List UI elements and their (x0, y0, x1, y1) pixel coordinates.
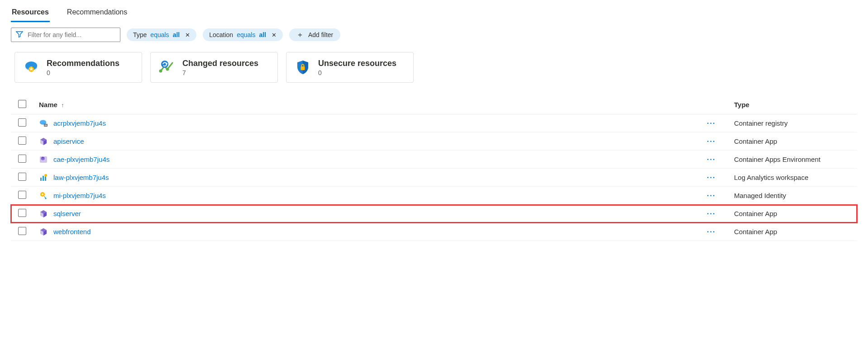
card-count: 0 (318, 69, 396, 76)
resource-type: Container registry (734, 119, 787, 127)
container-app-icon (39, 209, 48, 218)
log-analytics-icon (39, 173, 48, 182)
more-actions-icon[interactable]: ··· (707, 210, 715, 217)
sort-ascending-icon: ↑ (59, 102, 64, 108)
resource-link[interactable]: webfrontend (53, 228, 91, 236)
column-actions (703, 95, 730, 114)
row-checkbox[interactable] (18, 209, 26, 217)
managed-identity-icon (39, 191, 48, 200)
pill-value: all (173, 31, 180, 38)
row-checkbox[interactable] (18, 155, 26, 163)
resource-link[interactable]: cae-plxvjemb7ju4s (53, 155, 110, 163)
svg-point-5 (161, 61, 168, 68)
more-actions-icon[interactable]: ··· (707, 155, 715, 163)
resource-link[interactable]: mi-plxvjemb7ju4s (53, 192, 106, 199)
svg-rect-10 (45, 124, 45, 126)
card-title: Unsecure resources (318, 59, 396, 68)
row-checkbox[interactable] (18, 227, 26, 235)
filter-pill-location[interactable]: Location equals all ✕ (203, 28, 283, 41)
card-count: 7 (182, 69, 258, 76)
table-row: mi-plxvjemb7ju4s ··· Managed Identity (11, 187, 857, 205)
add-filter-label: Add filter (308, 31, 333, 38)
column-type[interactable]: Type (730, 95, 857, 114)
table-row: cae-plxvjemb7ju4s ··· Container Apps Env… (11, 151, 857, 169)
tab-resources[interactable]: Resources (11, 4, 50, 22)
column-name[interactable]: Name ↑ (35, 95, 703, 114)
pill-op: equals (150, 31, 169, 38)
resource-type: Container App (734, 228, 777, 236)
container-registry-icon (39, 119, 48, 128)
svg-rect-12 (47, 124, 47, 126)
resource-type: Container Apps Environment (734, 155, 820, 163)
resource-link[interactable]: apiservice (53, 137, 84, 145)
card-title: Changed resources (182, 59, 258, 68)
table-row: law-plxvjemb7ju4s ··· Log Analytics work… (11, 169, 857, 187)
filter-pill-type[interactable]: Type equals all ✕ (127, 28, 196, 41)
plus-icon: ＋ (296, 31, 304, 38)
row-checkbox[interactable] (18, 118, 26, 127)
svg-rect-15 (43, 176, 44, 181)
column-type-label: Type (734, 101, 749, 108)
select-all-checkbox[interactable] (18, 100, 26, 108)
resource-link[interactable]: law-plxvjemb7ju4s (53, 174, 109, 181)
close-icon[interactable]: ✕ (185, 32, 190, 38)
container-app-icon (39, 137, 48, 146)
row-checkbox[interactable] (18, 137, 26, 145)
more-actions-icon[interactable]: ··· (707, 119, 715, 127)
column-name-label: Name (39, 101, 57, 108)
recommendations-icon (23, 59, 39, 75)
svg-point-17 (44, 174, 47, 177)
card-recommendations[interactable]: Recommendations 0 (14, 52, 142, 83)
summary-cards: Recommendations 0 Changed resources 7 (14, 52, 857, 83)
svg-rect-6 (301, 66, 305, 70)
more-actions-icon[interactable]: ··· (707, 228, 715, 236)
resources-table: Name ↑ Type acrplxvjemb7ju4s ··· Contain… (11, 95, 857, 241)
table-row: sqlserver ··· Container App (11, 205, 857, 223)
svg-rect-11 (46, 124, 46, 126)
resource-type: Container App (734, 210, 777, 217)
card-count: 0 (47, 69, 119, 76)
column-checkbox (11, 95, 35, 114)
add-filter-button[interactable]: ＋ Add filter (289, 28, 340, 41)
filter-icon (16, 31, 23, 39)
more-actions-icon[interactable]: ··· (707, 137, 715, 145)
changed-resources-icon (159, 59, 175, 75)
resource-type: Log Analytics workspace (734, 174, 808, 181)
table-row: webfrontend ··· Container App (11, 223, 857, 241)
container-apps-env-icon (39, 155, 48, 164)
tab-recommendations[interactable]: Recommendations (66, 4, 128, 22)
svg-point-19 (42, 193, 43, 195)
table-row: apiservice ··· Container App (11, 132, 857, 151)
row-checkbox[interactable] (18, 173, 26, 181)
pill-field: Type (133, 31, 147, 38)
more-actions-icon[interactable]: ··· (707, 192, 715, 199)
filter-input-wrapper[interactable] (11, 28, 120, 42)
resource-link[interactable]: sqlserver (53, 210, 81, 217)
pill-field: Location (209, 31, 233, 38)
resource-type: Managed Identity (734, 192, 786, 199)
table-row: acrplxvjemb7ju4s ··· Container registry (11, 114, 857, 132)
resource-type: Container App (734, 137, 777, 145)
svg-point-8 (40, 120, 46, 124)
pill-value: all (259, 31, 266, 38)
unsecure-resources-icon (295, 59, 311, 75)
container-app-icon (39, 227, 48, 236)
tabs: Resources Recommendations (11, 4, 857, 22)
svg-point-3 (159, 70, 162, 73)
close-icon[interactable]: ✕ (272, 32, 277, 38)
more-actions-icon[interactable]: ··· (707, 174, 715, 181)
card-unsecure-resources[interactable]: Unsecure resources 0 (286, 52, 414, 83)
svg-rect-14 (40, 178, 42, 181)
pill-op: equals (237, 31, 255, 38)
row-checkbox[interactable] (18, 191, 26, 199)
resource-link[interactable]: acrplxvjemb7ju4s (53, 119, 106, 127)
card-title: Recommendations (47, 59, 119, 68)
card-changed-resources[interactable]: Changed resources 7 (150, 52, 278, 83)
filter-field-input[interactable] (28, 31, 115, 38)
filter-bar: Type equals all ✕ Location equals all ✕ … (11, 28, 857, 42)
table-header: Name ↑ Type (11, 95, 857, 114)
svg-point-4 (166, 68, 169, 71)
